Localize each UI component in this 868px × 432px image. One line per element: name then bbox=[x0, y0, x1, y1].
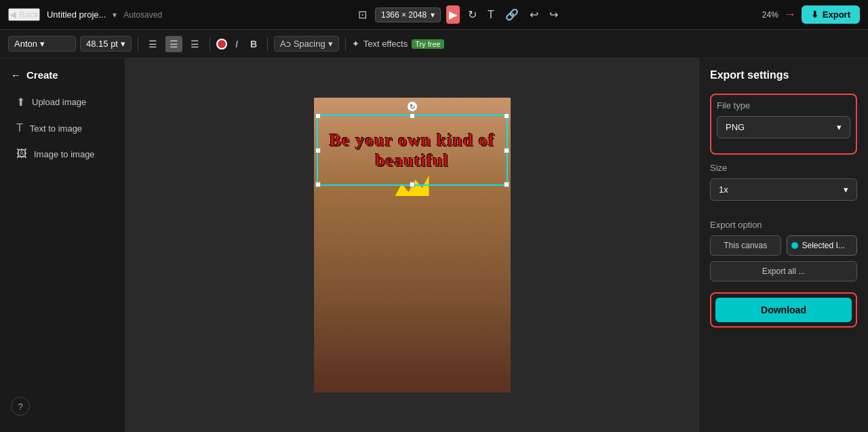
spacing-icon: Aↄ bbox=[280, 39, 291, 49]
selected-button[interactable]: Selected I... bbox=[787, 235, 858, 256]
dropdown-icon[interactable]: ▾ bbox=[113, 10, 117, 20]
sidebar-footer: ? bbox=[0, 389, 125, 424]
upload-image-label: Upload image bbox=[32, 97, 86, 107]
redo-button[interactable]: ↪ bbox=[547, 5, 561, 24]
try-free-badge[interactable]: Try free bbox=[412, 39, 444, 49]
canvas-size-selector[interactable]: 1366 × 2048 ▾ bbox=[375, 7, 441, 22]
resize-icon[interactable]: ⊡ bbox=[355, 5, 370, 24]
file-type-label: File type bbox=[717, 100, 850, 111]
separator-3 bbox=[267, 37, 268, 51]
canvas-text-line2: beautiful bbox=[330, 151, 495, 171]
size-selector[interactable]: 1x bbox=[710, 178, 857, 201]
align-right-button[interactable]: ☰ bbox=[186, 36, 203, 52]
export-option-label: Export option bbox=[710, 220, 857, 230]
font-family-chevron: ▾ bbox=[40, 39, 45, 49]
font-size-selector[interactable]: 48.15 pt ▾ bbox=[80, 36, 132, 52]
text-content-area: Be your own kind of beautiful bbox=[318, 116, 507, 184]
sidebar: ← Create ⬆ Upload image T Text to image … bbox=[0, 58, 125, 432]
format-bar: Anton ▾ 48.15 pt ▾ ☰ ☰ ☰ I B Aↄ Spacing … bbox=[0, 30, 868, 58]
text-tool-button[interactable]: T bbox=[485, 6, 497, 24]
sidebar-item-image-to-image[interactable]: 🖼 Image to image bbox=[5, 141, 119, 167]
text-effects-label[interactable]: Text effects bbox=[363, 39, 408, 49]
handle-top-left[interactable] bbox=[315, 113, 321, 119]
this-canvas-button[interactable]: This canvas bbox=[710, 235, 781, 256]
font-family-selector[interactable]: Anton ▾ bbox=[8, 36, 76, 52]
size-value: 1x bbox=[719, 184, 728, 195]
align-left-icon: ☰ bbox=[149, 39, 157, 50]
export-button[interactable]: ⬇ Export bbox=[802, 5, 860, 24]
file-type-section: File type PNG bbox=[710, 94, 857, 155]
italic-icon: I bbox=[235, 39, 238, 50]
handle-middle-right[interactable] bbox=[504, 148, 509, 153]
align-center-icon: ☰ bbox=[170, 39, 178, 50]
back-create-icon: ← bbox=[11, 69, 21, 81]
handle-bottom-left[interactable] bbox=[315, 182, 321, 187]
file-type-value: PNG bbox=[726, 122, 745, 132]
text-to-image-icon: T bbox=[16, 122, 23, 134]
canvas-size-value: 1366 × 2048 bbox=[381, 10, 427, 20]
handle-middle-left[interactable] bbox=[315, 148, 321, 153]
project-name[interactable]: Untitled proje... bbox=[47, 9, 106, 20]
sidebar-item-upload-image[interactable]: ⬆ Upload image bbox=[5, 89, 119, 115]
help-button[interactable]: ? bbox=[11, 397, 30, 416]
file-type-chevron bbox=[837, 122, 842, 132]
topbar-center: ⊡ 1366 × 2048 ▾ ▶ ↻ T 🔗 ↩ ↪ bbox=[355, 5, 561, 24]
text-selection-box[interactable]: ↻ Be your own kind of beautiful bbox=[317, 115, 508, 186]
handle-top-middle[interactable] bbox=[410, 113, 415, 119]
align-center-button[interactable]: ☰ bbox=[165, 36, 182, 52]
text-effects-section: ✦ Text effects Try free bbox=[352, 39, 444, 49]
handle-top-right[interactable] bbox=[504, 113, 509, 119]
back-button[interactable]: ◀ Back bbox=[8, 8, 40, 21]
font-size-chevron: ▾ bbox=[121, 39, 125, 49]
topbar-left: ◀ Back Untitled proje... ▾ Autosaved bbox=[8, 8, 162, 21]
rotate-tool-button[interactable]: ↻ bbox=[465, 5, 479, 24]
zoom-level: 24% bbox=[762, 10, 778, 20]
export-all-label: Export all ... bbox=[762, 267, 805, 276]
canvas-wrapper: ↻ Be your own kind of beautiful bbox=[314, 98, 511, 393]
link-tool-button[interactable]: 🔗 bbox=[502, 5, 521, 24]
text-color-picker[interactable] bbox=[216, 39, 227, 50]
main-area: ← Create ⬆ Upload image T Text to image … bbox=[0, 58, 868, 432]
image-to-image-label: Image to image bbox=[34, 149, 95, 159]
back-label: Back bbox=[19, 9, 39, 20]
file-type-selector[interactable]: PNG bbox=[717, 116, 850, 138]
italic-button[interactable]: I bbox=[231, 36, 242, 52]
sidebar-title: Create bbox=[26, 69, 58, 81]
export-all-button[interactable]: Export all ... bbox=[710, 261, 857, 281]
canvas-area[interactable]: ↻ Be your own kind of beautiful bbox=[125, 58, 698, 432]
sidebar-item-text-to-image[interactable]: T Text to image bbox=[5, 115, 119, 141]
export-panel: Export settings File type PNG Size 1x Ex… bbox=[698, 58, 868, 432]
font-name-value: Anton bbox=[14, 39, 37, 49]
image-to-image-icon: 🖼 bbox=[16, 148, 27, 160]
align-left-button[interactable]: ☰ bbox=[144, 36, 161, 52]
align-right-icon: ☰ bbox=[191, 39, 199, 50]
separator-4 bbox=[345, 37, 346, 51]
this-canvas-label: This canvas bbox=[724, 241, 767, 250]
sidebar-header: ← Create bbox=[0, 66, 125, 89]
handle-bottom-right[interactable] bbox=[504, 182, 509, 187]
arrow-annotation: → bbox=[784, 7, 796, 22]
export-label: Export bbox=[823, 9, 850, 20]
spacing-chevron: ▾ bbox=[328, 39, 333, 49]
select-tool-button[interactable]: ▶ bbox=[446, 5, 460, 24]
export-option-buttons: This canvas Selected I... bbox=[710, 235, 857, 256]
size-label: Size bbox=[710, 163, 857, 173]
size-chevron bbox=[844, 184, 848, 195]
bold-icon: B bbox=[250, 39, 257, 50]
handle-bottom-middle[interactable] bbox=[410, 182, 415, 187]
rotate-handle[interactable]: ↻ bbox=[407, 101, 418, 112]
autosaved-status: Autosaved bbox=[123, 10, 162, 20]
selected-label: Selected I... bbox=[802, 241, 845, 250]
separator-1 bbox=[138, 37, 138, 51]
spacing-label: Spacing bbox=[294, 39, 326, 49]
radio-selected-icon bbox=[791, 242, 798, 249]
bold-button[interactable]: B bbox=[246, 36, 261, 52]
topbar: ◀ Back Untitled proje... ▾ Autosaved ⊡ 1… bbox=[0, 0, 868, 30]
export-option-section: Export option This canvas Selected I... … bbox=[710, 220, 857, 290]
spacing-selector[interactable]: Aↄ Spacing ▾ bbox=[274, 36, 339, 52]
download-section: Download bbox=[710, 292, 857, 328]
undo-button[interactable]: ↩ bbox=[527, 5, 541, 24]
download-button[interactable]: Download bbox=[715, 298, 852, 322]
size-section: Size 1x bbox=[710, 163, 857, 210]
separator-2 bbox=[210, 37, 210, 51]
